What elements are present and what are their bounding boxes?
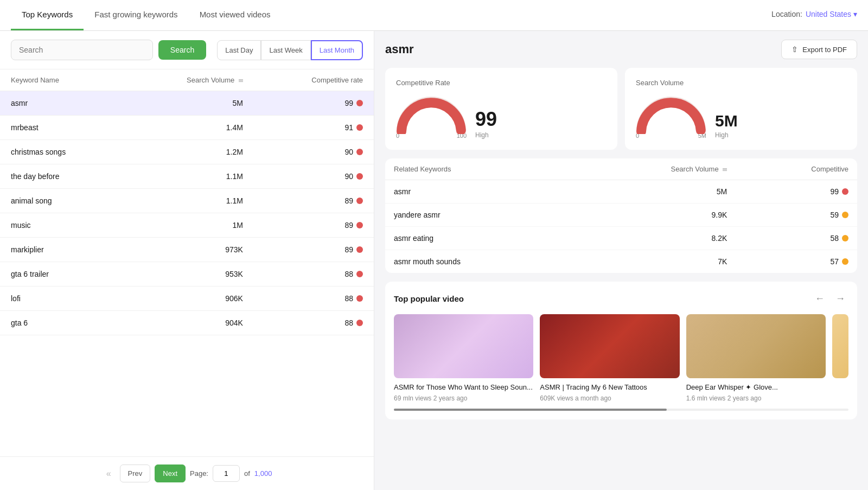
gauge-sv-title: Search Volume	[636, 79, 684, 87]
keyword-cell: animal song	[0, 189, 126, 213]
col-keyword-name: Keyword Name	[0, 69, 126, 91]
video-card[interactable]: Deep Ear Whisper ✦ Glove... 1.6 mln view…	[686, 314, 826, 402]
cr-dot	[356, 271, 363, 277]
gauge-cr-title: Competitive Rate	[396, 79, 450, 87]
time-btn-last-day[interactable]: Last Day	[217, 40, 261, 60]
gauge-cr-visual	[396, 93, 467, 131]
related-col-cr: Competitive	[736, 158, 857, 180]
gauge-cr-area: 0 100 99 High	[396, 93, 607, 139]
video-next-arrow[interactable]: →	[832, 290, 848, 307]
video-meta: 609K views a month ago	[540, 394, 679, 402]
cr-cell: 89	[254, 238, 374, 262]
keyword-cell: lofi	[0, 287, 126, 311]
video-card-partial	[832, 314, 848, 378]
cr-cell: 89	[254, 189, 374, 213]
cr-dot	[356, 198, 363, 204]
table-row[interactable]: asmr 5M 99	[0, 91, 374, 116]
cr-dot	[356, 222, 363, 228]
detail-header: asmr ⇧ Export to PDF	[385, 40, 857, 59]
video-thumbnail	[540, 314, 679, 378]
main-tabs: Top Keywords Fast growing keywords Most …	[0, 0, 868, 31]
gauge-sv-area: 0 5M 5M High	[636, 93, 846, 139]
location-label: Location:	[771, 10, 802, 18]
detail-keyword-title: asmr	[385, 42, 414, 56]
sort-related-volume-icon[interactable]	[723, 168, 727, 171]
related-cr-dot	[842, 188, 848, 195]
cr-cell: 99	[254, 91, 374, 116]
table-row[interactable]: markiplier 973K 89	[0, 238, 374, 262]
cr-dot	[356, 173, 363, 180]
tab-fast-growing[interactable]: Fast growing keywords	[84, 0, 188, 30]
sort-volume-icon[interactable]	[239, 79, 243, 82]
cr-dot	[356, 124, 363, 131]
video-nav-arrows: ← →	[812, 290, 848, 307]
keyword-cell: gta 6 trailer	[0, 262, 126, 287]
first-page-button[interactable]: «	[102, 466, 116, 482]
cr-cell: 89	[254, 213, 374, 238]
table-row[interactable]: christmas songs 1.2M 90	[0, 140, 374, 164]
volume-cell: 5M	[126, 91, 254, 116]
volume-cell: 1.2M	[126, 140, 254, 164]
time-btn-last-week[interactable]: Last Week	[261, 40, 310, 60]
related-table-row[interactable]: asmr mouth sounds 7K 57	[385, 250, 857, 273]
volume-cell: 973K	[126, 238, 254, 262]
video-title: Deep Ear Whisper ✦ Glove...	[686, 383, 826, 392]
cr-dot	[356, 100, 363, 106]
page-input[interactable]	[213, 465, 240, 482]
gauge-sv-value: 5M High	[715, 113, 738, 139]
cr-cell: 90	[254, 140, 374, 164]
tab-top-keywords[interactable]: Top Keywords	[11, 0, 84, 30]
video-scroll-bar	[394, 409, 848, 411]
video-thumbnail	[686, 314, 826, 378]
search-input[interactable]	[11, 40, 153, 60]
video-prev-arrow[interactable]: ←	[812, 290, 828, 307]
table-row[interactable]: music 1M 89	[0, 213, 374, 238]
table-row[interactable]: animal song 1.1M 89	[0, 189, 374, 213]
search-button[interactable]: Search	[158, 40, 206, 60]
video-title: ASMR | Tracing My 6 New Tattoos	[540, 383, 679, 392]
related-volume-cell: 8.2K	[572, 227, 736, 250]
related-keyword-cell: asmr eating	[385, 227, 572, 250]
related-keywords-table: Related Keywords Search Volume Competiti…	[385, 158, 857, 273]
keyword-cell: gta 6	[0, 311, 126, 335]
related-table-row[interactable]: asmr 5M 99	[385, 180, 857, 203]
keyword-cell: asmr	[0, 91, 126, 116]
table-row[interactable]: the day before 1.1M 90	[0, 164, 374, 189]
table-row[interactable]: gta 6 904K 88	[0, 311, 374, 335]
cr-cell: 88	[254, 262, 374, 287]
related-table-row[interactable]: yandere asmr 9.9K 59	[385, 203, 857, 227]
left-panel: Search Last Day Last Week Last Month Key…	[0, 31, 374, 490]
export-button[interactable]: ⇧ Export to PDF	[781, 40, 857, 59]
related-cr-dot	[842, 235, 848, 241]
video-meta: 1.6 mln views 2 years ago	[686, 394, 826, 402]
tab-most-viewed[interactable]: Most viewed videos	[189, 0, 282, 30]
video-card[interactable]: ASMR | Tracing My 6 New Tattoos 609K vie…	[540, 314, 679, 402]
cr-dot	[356, 246, 363, 253]
prev-button[interactable]: Prev	[120, 464, 151, 482]
keyword-cell: music	[0, 213, 126, 238]
table-row[interactable]: mrbeast 1.4M 91	[0, 116, 374, 140]
time-btn-last-month[interactable]: Last Month	[311, 40, 363, 60]
related-cr-cell: 58	[736, 227, 857, 250]
gauge-cr-value: 99 High	[475, 110, 497, 139]
cr-cell: 90	[254, 164, 374, 189]
table-row[interactable]: lofi 906K 88	[0, 287, 374, 311]
related-keyword-cell: yandere asmr	[385, 203, 572, 227]
related-table-row[interactable]: asmr eating 8.2K 58	[385, 227, 857, 250]
top-popular-video-section: Top popular video ← → ASMR for Those Who…	[385, 282, 857, 419]
related-volume-cell: 5M	[572, 180, 736, 203]
table-row[interactable]: gta 6 trailer 953K 88	[0, 262, 374, 287]
volume-cell: 1.1M	[126, 164, 254, 189]
keyword-cell: markiplier	[0, 238, 126, 262]
time-filters: Last Day Last Week Last Month	[217, 40, 363, 60]
related-volume-cell: 7K	[572, 250, 736, 273]
location-link[interactable]: United States ▾	[806, 10, 857, 18]
video-card[interactable]: ASMR for Those Who Want to Sleep Soun...…	[394, 314, 533, 402]
video-section-header: Top popular video ← →	[394, 290, 848, 307]
keywords-table: Keyword Name Search Volume Competitive r…	[0, 69, 374, 335]
related-cr-cell: 99	[736, 180, 857, 203]
volume-cell: 953K	[126, 262, 254, 287]
next-button[interactable]: Next	[155, 464, 186, 482]
keywords-table-container: Keyword Name Search Volume Competitive r…	[0, 69, 374, 456]
volume-cell: 1.4M	[126, 116, 254, 140]
